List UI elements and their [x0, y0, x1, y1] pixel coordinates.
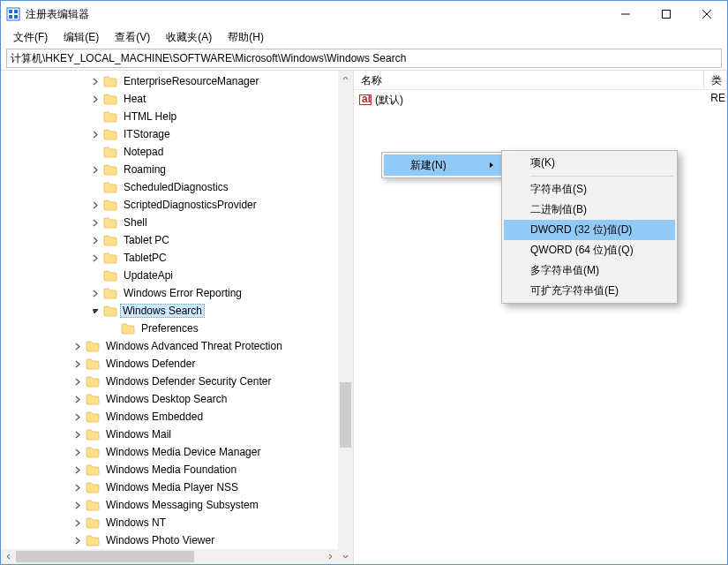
tree-v-scrollbar[interactable]: [338, 71, 353, 564]
tree-item[interactable]: Windows Photo Viewer: [1, 531, 353, 549]
scroll-left-button[interactable]: [1, 549, 16, 564]
tree-item[interactable]: Windows Media Player NSS: [1, 478, 353, 496]
tree-item[interactable]: Windows Mail: [1, 426, 353, 443]
tree-item[interactable]: TabletPC: [1, 249, 353, 267]
tree-item[interactable]: Notepad: [1, 143, 353, 161]
menu-view[interactable]: 查看(V): [108, 28, 157, 47]
expander-icon[interactable]: [89, 234, 101, 246]
expander-icon[interactable]: [71, 534, 84, 546]
list-row-default[interactable]: ab (默认): [359, 92, 722, 108]
scroll-up-button[interactable]: [338, 71, 353, 86]
tree-item[interactable]: HTML Help: [1, 108, 353, 125]
menu-edit[interactable]: 编辑(E): [56, 28, 106, 47]
tree-item[interactable]: Tablet PC: [1, 231, 353, 249]
ctx-sub-item[interactable]: 字符串值(S): [504, 179, 675, 200]
ctx-sub-item[interactable]: QWORD (64 位)值(Q): [504, 240, 675, 260]
folder-icon: [86, 446, 100, 458]
tree-item[interactable]: Windows Advanced Threat Protection: [1, 337, 353, 355]
expander-icon[interactable]: [89, 305, 101, 317]
tree-item[interactable]: Roaming: [1, 161, 353, 178]
string-value-icon: ab: [359, 94, 372, 106]
tree-item[interactable]: Windows Search: [1, 302, 353, 320]
address-bar[interactable]: 计算机\HKEY_LOCAL_MACHINE\SOFTWARE\Microsof…: [6, 49, 722, 68]
expander-icon[interactable]: [89, 287, 101, 299]
tree-item[interactable]: EnterpriseResourceManager: [1, 72, 353, 90]
context-menu[interactable]: 新建(N): [381, 152, 504, 178]
expander-icon[interactable]: [71, 446, 84, 458]
expander-icon[interactable]: [71, 463, 84, 476]
expander-spacer: [89, 269, 101, 282]
v-scroll-thumb[interactable]: [340, 382, 351, 448]
col-type[interactable]: 类: [704, 71, 727, 89]
expander-icon[interactable]: [71, 340, 84, 352]
tree-item[interactable]: Windows Desktop Search: [1, 390, 353, 408]
tree-h-scrollbar[interactable]: [1, 549, 338, 564]
expander-icon[interactable]: [89, 128, 101, 140]
ctx-separator: [530, 176, 673, 177]
expander-icon[interactable]: [89, 75, 101, 87]
tree-item-label: Windows Error Reporting: [123, 287, 243, 299]
ctx-sub-item[interactable]: 二进制值(B): [504, 200, 675, 220]
tree-item[interactable]: ScriptedDiagnosticsProvider: [1, 196, 353, 214]
ctx-sub-item[interactable]: 多字符串值(M): [504, 260, 675, 281]
menu-favorites[interactable]: 收藏夹(A): [159, 28, 219, 47]
tree-item[interactable]: Windows Embedded: [1, 408, 353, 426]
list-header[interactable]: 名称 类: [354, 71, 727, 90]
expander-icon[interactable]: [89, 93, 101, 105]
menu-help[interactable]: 帮助(H): [221, 28, 271, 47]
expander-icon[interactable]: [71, 516, 84, 529]
expander-icon[interactable]: [71, 358, 84, 370]
tree-item[interactable]: UpdateApi: [1, 267, 353, 284]
folder-icon: [121, 322, 135, 335]
expander-icon[interactable]: [71, 499, 84, 511]
close-button[interactable]: [687, 1, 727, 27]
tree-item-label: Windows Photo Viewer: [105, 534, 215, 546]
expander-icon[interactable]: [89, 199, 101, 211]
list-pane: 名称 类 ab (默认) RE: [354, 71, 727, 564]
scroll-down-button[interactable]: [338, 549, 353, 564]
col-name[interactable]: 名称: [354, 71, 704, 89]
tree-item-label: Windows NT: [105, 516, 167, 529]
expander-icon[interactable]: [89, 163, 101, 176]
app-icon: [6, 7, 20, 21]
registry-tree[interactable]: EnterpriseResourceManagerHeatHTML HelpIT…: [1, 71, 353, 564]
tree-item[interactable]: Windows Defender Security Center: [1, 373, 353, 390]
tree-item[interactable]: ITStorage: [1, 125, 353, 143]
tree-item[interactable]: Windows Defender: [1, 355, 353, 373]
tree-item[interactable]: Preferences: [1, 320, 353, 337]
menu-file[interactable]: 文件(F): [6, 28, 55, 47]
titlebar[interactable]: 注册表编辑器: [1, 1, 727, 27]
address-text: 计算机\HKEY_LOCAL_MACHINE\SOFTWARE\Microsof…: [11, 51, 406, 66]
maximize-button[interactable]: [646, 1, 687, 27]
expander-icon[interactable]: [71, 428, 84, 441]
tree-item[interactable]: Windows Messaging Subsystem: [1, 496, 353, 514]
tree-item-label: Windows Embedded: [105, 411, 204, 423]
scroll-right-button[interactable]: [323, 549, 338, 564]
tree-item[interactable]: Windows Media Device Manager: [1, 443, 353, 461]
expander-icon[interactable]: [71, 393, 84, 405]
expander-icon[interactable]: [71, 411, 84, 423]
tree-item-label: Windows Defender Security Center: [105, 375, 272, 388]
tree-item[interactable]: Heat: [1, 90, 353, 108]
tree-item-label: Windows Media Device Manager: [105, 446, 261, 458]
folder-icon: [103, 163, 117, 176]
h-scroll-thumb[interactable]: [16, 551, 194, 562]
tree-item-label: Windows Media Foundation: [105, 463, 237, 476]
expander-icon[interactable]: [89, 216, 101, 229]
expander-icon[interactable]: [71, 481, 84, 493]
tree-item[interactable]: Windows Media Foundation: [1, 461, 353, 478]
ctx-sub-item[interactable]: DWORD (32 位)值(D): [504, 220, 675, 240]
tree-item[interactable]: Shell: [1, 214, 353, 231]
tree-item[interactable]: Windows NT: [1, 514, 353, 531]
ctx-sub-item[interactable]: 可扩充字符串值(E): [504, 281, 675, 301]
ctx-new[interactable]: 新建(N): [384, 154, 501, 176]
expander-icon[interactable]: [71, 375, 84, 388]
tree-item-label: Windows Media Player NSS: [105, 481, 239, 493]
context-submenu-new[interactable]: 项(K)字符串值(S)二进制值(B)DWORD (32 位)值(D)QWORD …: [501, 150, 678, 304]
tree-item[interactable]: Windows Error Reporting: [1, 284, 353, 302]
ctx-sub-item[interactable]: 项(K): [504, 153, 675, 173]
tree-item[interactable]: ScheduledDiagnostics: [1, 178, 353, 196]
expander-icon[interactable]: [89, 252, 101, 264]
folder-icon: [86, 463, 100, 476]
minimize-button[interactable]: [605, 1, 646, 27]
